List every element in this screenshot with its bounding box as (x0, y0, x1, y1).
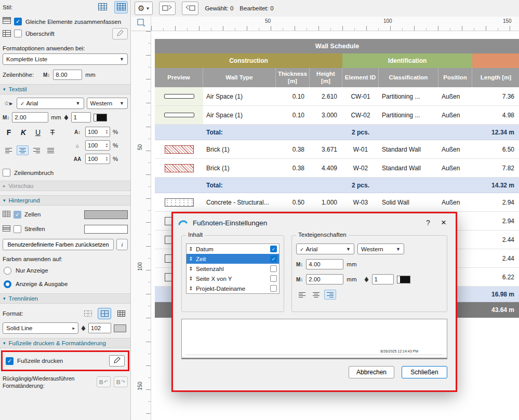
line-spacing-input[interactable]: 100▴▾ (85, 127, 110, 137)
line-pen-input[interactable]: 102 (88, 323, 111, 333)
strikethrough-button[interactable]: T (46, 127, 59, 138)
column-header[interactable]: Wall Type (203, 68, 276, 87)
font-script-select[interactable]: Western ▼ (87, 98, 128, 109)
pen-number-input[interactable]: 1 (71, 112, 91, 123)
align-center-button[interactable] (17, 145, 29, 155)
inject-parameters-button[interactable] (182, 2, 198, 15)
ruler-origin-button[interactable] (131, 17, 151, 31)
merge-elements-checkbox[interactable] (14, 18, 22, 25)
spinner-icon[interactable]: ▴▾ (106, 156, 108, 161)
horizontal-ruler[interactable]: 50 100 150 (151, 17, 519, 31)
column-header[interactable]: Height [m] (310, 68, 342, 87)
display-output-radio[interactable] (4, 280, 11, 288)
letter-spacing-input[interactable]: 100▴▾ (85, 154, 110, 164)
drag-handle-icon[interactable]: ⇕ (188, 276, 194, 281)
drag-handle-icon[interactable]: ⇕ (188, 246, 194, 252)
font-size-input[interactable]: 2.00 (306, 274, 343, 284)
table-total-row[interactable]: Total:2 pcs.14.32 m (155, 178, 519, 193)
pickup-parameters-button[interactable] (159, 2, 176, 15)
footnote-item-checkbox[interactable] (270, 255, 277, 262)
spinner-icon[interactable]: ▴▾ (106, 143, 108, 148)
column-header[interactable]: Element ID (342, 68, 379, 87)
table-row[interactable]: Air Space (1)0.102.610CW-01Partitioning … (155, 87, 519, 106)
separator-all-button[interactable] (114, 308, 128, 319)
redo-format-button[interactable]: B↷ (114, 376, 128, 387)
list-style-icon[interactable] (3, 17, 14, 25)
footnote-item-checkbox[interactable] (270, 265, 277, 272)
align-center-button[interactable] (310, 290, 322, 300)
italic-button[interactable]: K (17, 127, 30, 138)
scheme-settings-button[interactable]: ⚙ ▼ (135, 2, 153, 15)
table-row[interactable]: Concrete - Structural...0.501.000W-03Sol… (155, 193, 519, 212)
view-mode-grid-button[interactable] (114, 1, 128, 13)
width-factor-input[interactable]: 100▴▾ (85, 140, 110, 151)
font-size-input[interactable]: 2.00 (12, 112, 48, 123)
close-icon[interactable]: × (436, 218, 451, 228)
section-textstyle[interactable]: ▾Textstil (0, 84, 130, 94)
section-footer-print[interactable]: ▾Fußzeile drucken & Formatänderung (0, 338, 130, 348)
section-preview[interactable]: ▸Vorschau (0, 181, 130, 191)
table-row[interactable]: Air Space (1)0.103.000CW-02Partitioning … (155, 106, 519, 125)
table-row[interactable]: Brick (1)0.384.409W-02Standard WallAußen… (155, 159, 519, 178)
dialog-titlebar[interactable]: Fußnoten-Einstellungen ? × (173, 213, 456, 232)
cells-checkbox[interactable] (14, 211, 21, 219)
footer-print-checkbox[interactable] (6, 357, 14, 365)
line-color-swatch[interactable] (114, 324, 126, 332)
align-left-button[interactable] (296, 290, 308, 300)
footnote-item-checkbox[interactable] (270, 246, 277, 252)
line-type-select[interactable]: Solid Line ▸ (3, 322, 78, 334)
text-height-input[interactable]: 4.00 (306, 259, 343, 269)
format-apply-select[interactable]: Komplette Liste ▼ (3, 53, 128, 65)
footnote-item[interactable]: ⇕Projekt-Dateiname (187, 283, 279, 293)
column-header[interactable]: Length [m] (472, 68, 519, 87)
font-family-select[interactable]: ✓Arial ▼ (17, 98, 84, 109)
bold-button[interactable]: F (3, 127, 15, 138)
footnote-item[interactable]: ⇕Zeit (187, 254, 279, 264)
word-wrap-checkbox[interactable] (3, 169, 10, 177)
stripes-checkbox[interactable] (14, 225, 21, 233)
table-total-row[interactable]: Total:2 pcs.12.34 m (155, 125, 519, 140)
pen-color-swatch[interactable] (397, 276, 410, 283)
edit-footer-button[interactable] (109, 355, 125, 367)
favorites-icon[interactable]: ☆▸ (3, 98, 14, 109)
pen-color-swatch[interactable] (94, 114, 107, 121)
edit-heading-button[interactable] (112, 28, 128, 39)
align-right-button[interactable] (324, 290, 336, 300)
vertical-ruler[interactable]: 50 100 150 (131, 31, 151, 420)
table-row[interactable]: Brick (1)0.383.671W-01Standard WallAußen… (155, 140, 519, 159)
section-background[interactable]: ▾Hintergrund (0, 195, 130, 206)
align-right-button[interactable] (31, 145, 43, 155)
info-icon[interactable]: i (116, 239, 128, 250)
column-header[interactable]: Position (438, 68, 472, 87)
underline-button[interactable]: U (32, 127, 44, 138)
display-only-radio[interactable] (4, 267, 11, 275)
align-left-button[interactable] (3, 145, 15, 155)
column-header[interactable]: Thickness [m] (276, 68, 310, 87)
close-button[interactable]: Schließen (402, 366, 447, 378)
view-mode-table-button[interactable] (96, 1, 109, 13)
pen-number-input[interactable]: 1 (372, 274, 394, 284)
spinner-icon[interactable]: ▴▾ (106, 129, 108, 134)
cancel-button[interactable]: Abbrechen (349, 366, 394, 378)
column-header[interactable]: Classification (379, 68, 438, 87)
footnote-item-checkbox[interactable] (270, 285, 277, 292)
footnote-item-checkbox[interactable] (270, 275, 277, 282)
footnote-item[interactable]: ⇕Datum (187, 244, 279, 254)
cells-color-swatch[interactable] (84, 210, 128, 219)
align-justify-button[interactable] (45, 145, 57, 155)
row-height-input[interactable]: 8.00 (53, 70, 82, 80)
undo-format-button[interactable]: B↶ (97, 376, 111, 387)
separator-none-button[interactable] (81, 308, 95, 319)
reset-custom-colors-button[interactable]: Benutzerdefinierte Farben zurücksetzen (3, 239, 114, 250)
heading-checkbox[interactable] (14, 30, 22, 37)
font-family-select[interactable]: ✓Arial ▼ (296, 243, 354, 254)
font-script-select[interactable]: Western ▼ (357, 243, 404, 254)
column-header[interactable]: Preview (155, 68, 203, 87)
drag-handle-icon[interactable]: ⇕ (188, 266, 194, 272)
footnote-item[interactable]: ⇕Seite X von Y (187, 274, 279, 283)
stripes-color-swatch[interactable] (84, 225, 128, 234)
drag-handle-icon[interactable]: ⇕ (188, 256, 194, 262)
section-separators[interactable]: ▾Trennlinien (0, 293, 130, 304)
drag-handle-icon[interactable]: ⇕ (188, 286, 194, 291)
table-style-icon[interactable] (3, 30, 14, 38)
